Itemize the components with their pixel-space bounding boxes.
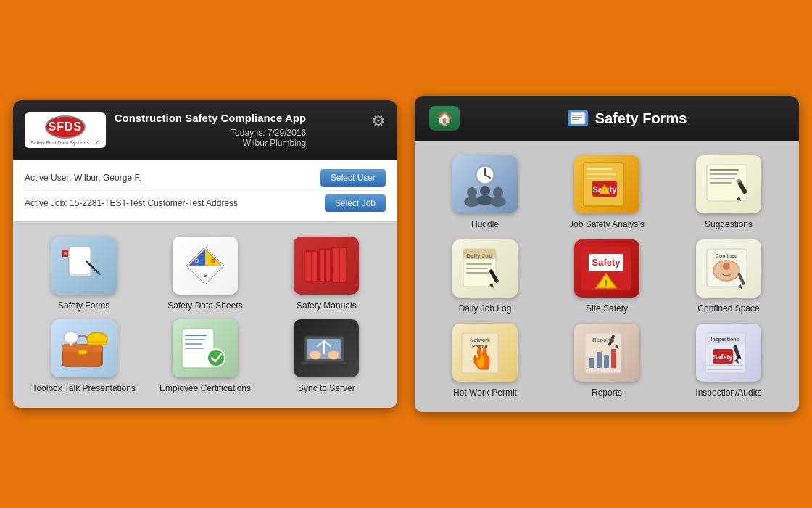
svg-text:D: D xyxy=(195,258,199,264)
menu-item-site-safety[interactable]: Safety ! Site Safety xyxy=(551,239,663,314)
svg-point-38 xyxy=(207,349,225,366)
app-date: Today is: 7/29/2016 Wilbur Plumbing xyxy=(115,128,306,148)
active-user-label: Active User: Wilbur, George F. xyxy=(25,173,141,183)
select-job-button[interactable]: Select Job xyxy=(325,194,386,212)
menu-item-sync[interactable]: Sync to Server xyxy=(270,319,383,393)
svg-point-53 xyxy=(484,174,486,176)
active-job-row: Active Job: 15-2281-TEST-Test Customer-T… xyxy=(25,191,386,216)
sds-icon-box: 1 D S S xyxy=(173,237,238,295)
toolbox-label: Toolbox Talk Presentations xyxy=(32,383,136,393)
huddle-label: Huddle xyxy=(471,219,499,229)
svg-point-42 xyxy=(310,351,321,359)
menu-item-inspections[interactable]: Inspections Safety Inspection/Audits xyxy=(673,324,784,398)
svg-rect-70 xyxy=(710,173,737,175)
menu-item-huddle[interactable]: Huddle xyxy=(429,155,541,229)
huddle-icon-box xyxy=(452,155,518,213)
forms-header-icon xyxy=(568,110,588,126)
svg-rect-35 xyxy=(185,339,205,340)
svg-rect-41 xyxy=(301,361,348,365)
svg-rect-103 xyxy=(604,355,609,368)
menu-item-manuals[interactable]: Safety Manuals xyxy=(270,237,383,311)
svg-rect-69 xyxy=(710,169,739,171)
svg-point-54 xyxy=(467,187,477,197)
svg-point-59 xyxy=(490,197,506,207)
right-panel-title: Safety Forms xyxy=(595,110,687,127)
manuals-icon-box xyxy=(294,237,359,295)
svg-text:Confined: Confined xyxy=(716,253,737,258)
right-panel: 🏠 Safety Forms xyxy=(415,96,799,412)
sds-label: Safety Data Sheets xyxy=(167,300,242,311)
jsa-label: Job Safety Analysis xyxy=(569,219,645,229)
svg-point-31 xyxy=(64,332,78,343)
right-header: 🏠 Safety Forms xyxy=(415,96,799,141)
safety-forms-icon-box: S xyxy=(51,237,117,295)
svg-rect-62 xyxy=(587,173,616,175)
svg-text:!: ! xyxy=(605,279,607,287)
menu-item-reports[interactable]: Reports Reports xyxy=(551,324,663,398)
select-user-button[interactable]: Select User xyxy=(320,169,386,187)
app-title: Construction Safety Compliance App xyxy=(115,112,306,125)
menu-item-daily-log[interactable]: Daily Job Daily Job Log xyxy=(429,239,541,314)
manuals-label: Safety Manuals xyxy=(297,300,357,311)
logo-text: SFDS xyxy=(49,120,83,134)
hot-work-icon-box: Network Permit xyxy=(452,324,518,382)
svg-point-58 xyxy=(493,187,503,197)
gear-icon[interactable]: ⚙ xyxy=(371,112,386,131)
svg-point-43 xyxy=(328,351,339,359)
app-title-area: Construction Safety Compliance App Today… xyxy=(115,112,306,148)
svg-text:S: S xyxy=(63,251,67,256)
svg-rect-102 xyxy=(597,352,602,368)
svg-rect-112 xyxy=(707,365,743,366)
svg-rect-45 xyxy=(571,112,585,124)
svg-rect-47 xyxy=(572,117,582,118)
svg-rect-46 xyxy=(572,115,582,116)
svg-text:Daily Job: Daily Job xyxy=(466,253,492,259)
svg-rect-34 xyxy=(185,335,207,336)
svg-rect-80 xyxy=(466,268,488,269)
svg-rect-113 xyxy=(707,369,743,370)
left-info: Active User: Wilbur, George F. Select Us… xyxy=(13,160,397,222)
inspections-label: Inspection/Audits xyxy=(695,388,761,398)
svg-text:Inspections: Inspections xyxy=(711,337,740,343)
svg-rect-48 xyxy=(572,119,579,120)
svg-text:!: ! xyxy=(604,187,606,194)
hot-work-label: Hot Work Permit xyxy=(453,388,517,398)
certs-icon-box xyxy=(173,319,238,377)
inspections-icon-box: Inspections Safety xyxy=(696,324,761,382)
svg-text:S: S xyxy=(211,258,215,264)
suggestions-icon-box xyxy=(696,155,761,213)
svg-rect-61 xyxy=(587,168,612,170)
right-header-title: Safety Forms xyxy=(470,110,784,127)
svg-rect-18 xyxy=(305,252,317,281)
menu-item-sds[interactable]: 1 D S S Safety Data Sheets xyxy=(149,237,261,311)
logo-box: SFDS Safety First Data Systems LLC xyxy=(25,112,106,148)
svg-text:Safety: Safety xyxy=(592,257,621,268)
svg-text:S: S xyxy=(203,272,207,279)
svg-rect-63 xyxy=(587,178,612,179)
menu-item-suggestions[interactable]: Suggestions xyxy=(673,155,784,229)
site-safety-label: Site Safety xyxy=(586,303,628,314)
svg-text:Network: Network xyxy=(470,337,490,343)
suggestions-label: Suggestions xyxy=(705,219,753,229)
daily-log-label: Daily Job Log xyxy=(459,303,512,314)
left-menu-grid: S Safety Forms 1 D xyxy=(13,222,397,408)
svg-rect-30 xyxy=(87,342,107,345)
logo-oval: SFDS xyxy=(45,115,86,139)
svg-point-93 xyxy=(723,263,730,270)
site-safety-icon-box: Safety ! xyxy=(574,239,639,298)
toolbox-icon-box xyxy=(51,319,117,377)
svg-rect-36 xyxy=(185,343,202,345)
home-button[interactable]: 🏠 xyxy=(429,106,460,131)
menu-item-certs[interactable]: Employee Certifications xyxy=(149,319,261,393)
certs-label: Employee Certifications xyxy=(160,383,251,393)
menu-item-hot-work[interactable]: Network Permit Hot Work Permit xyxy=(429,324,541,398)
menu-item-confined[interactable]: Confined Space Confined Space xyxy=(673,239,784,314)
menu-item-safety-forms[interactable]: S Safety Forms xyxy=(28,237,140,311)
left-panel: SFDS Safety First Data Systems LLC Const… xyxy=(13,100,397,408)
menu-item-jsa[interactable]: Safety ! Job Safety Analysis xyxy=(551,155,663,229)
active-user-row: Active User: Wilbur, George F. Select Us… xyxy=(25,165,386,191)
jsa-icon-box: Safety ! xyxy=(574,155,639,213)
svg-rect-101 xyxy=(589,358,594,368)
menu-item-toolbox[interactable]: Toolbox Talk Presentations xyxy=(28,319,140,393)
daily-log-icon-box: Daily Job xyxy=(452,239,518,298)
